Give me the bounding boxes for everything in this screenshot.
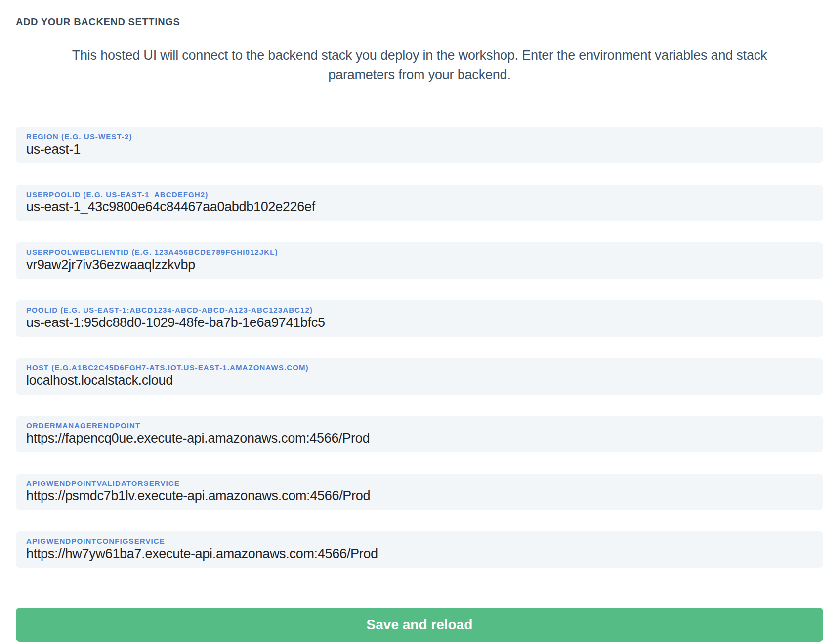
field-label: HOST (E.G.A1BC2C45D6FGH7-ATS.IOT.US-EAST… [26,363,813,372]
backend-settings-form: REGION (E.G. US-WEST-2) USERPOOLID (E.G.… [16,127,823,642]
field-ordermanagerendpoint: ORDERMANAGERENDPOINT [16,416,823,452]
apigwendpointvalidatorservice-input[interactable] [26,488,813,504]
field-label: APIGWENDPOINTCONFIGSERVICE [26,537,813,545]
region-input[interactable] [26,142,813,157]
field-apigwendpointvalidatorservice: APIGWENDPOINTVALIDATORSERVICE [16,474,823,510]
poolid-input[interactable] [26,315,813,330]
field-label: USERPOOLID (E.G. US-EAST-1_ABCDEFGH2) [26,190,813,199]
host-input[interactable] [26,373,813,388]
field-host: HOST (E.G.A1BC2C45D6FGH7-ATS.IOT.US-EAST… [16,358,823,395]
field-poolid: POOLID (E.G. US-EAST-1:ABCD1234-ABCD-ABC… [16,300,823,337]
field-label: USERPOOLWEBCLIENTID (E.G. 123A456BCDE789… [26,248,813,256]
backend-settings-page: ADD YOUR BACKEND SETTINGS This hosted UI… [0,0,839,644]
save-and-reload-button[interactable]: Save and reload [16,608,823,642]
userpoolid-input[interactable] [26,200,813,215]
ordermanagerendpoint-input[interactable] [26,431,813,446]
field-label: ORDERMANAGERENDPOINT [26,421,813,430]
field-label: REGION (E.G. US-WEST-2) [26,132,813,141]
field-label: APIGWENDPOINTVALIDATORSERVICE [26,479,813,487]
userpoolwebclientid-input[interactable] [26,257,813,273]
field-userpoolwebclientid: USERPOOLWEBCLIENTID (E.G. 123A456BCDE789… [16,242,823,279]
field-label: POOLID (E.G. US-EAST-1:ABCD1234-ABCD-ABC… [26,306,813,314]
field-region: REGION (E.G. US-WEST-2) [16,127,823,163]
page-subtitle: This hosted UI will connect to the backe… [44,46,795,84]
field-userpoolid: USERPOOLID (E.G. US-EAST-1_ABCDEFGH2) [16,185,823,221]
apigwendpointconfigservice-input[interactable] [26,546,813,562]
page-title: ADD YOUR BACKEND SETTINGS [16,16,823,28]
field-apigwendpointconfigservice: APIGWENDPOINTCONFIGSERVICE [16,531,823,568]
